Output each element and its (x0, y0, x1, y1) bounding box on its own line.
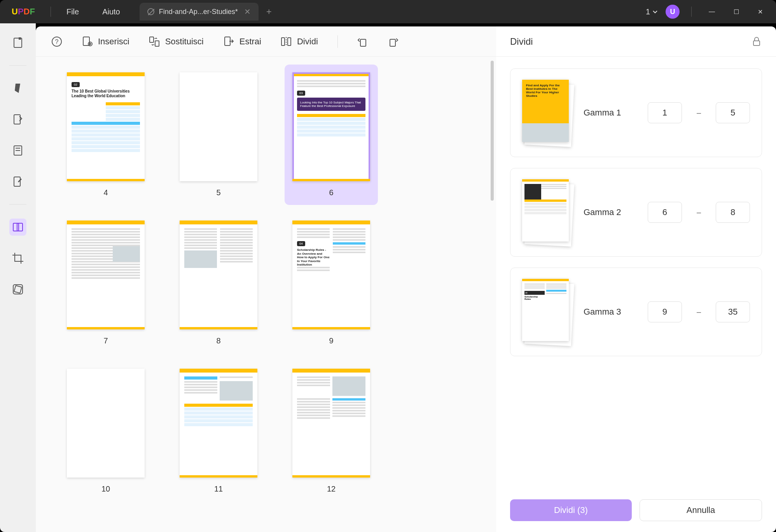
minimize-button[interactable]: — (703, 8, 720, 15)
split-button[interactable]: Dividi (281, 36, 318, 47)
lock-icon[interactable] (751, 36, 762, 47)
page-thumbnail[interactable]: 11 (180, 369, 257, 494)
replace-icon (149, 36, 160, 47)
svg-text:?: ? (55, 38, 59, 45)
rotate-right-button[interactable] (388, 36, 398, 47)
extract-icon (223, 36, 234, 47)
page-thumbnail[interactable]: 5 (180, 72, 257, 197)
page-thumbnail[interactable]: 04Scholarship Rules - An Overview and Ho… (292, 220, 370, 345)
svg-rect-21 (288, 38, 291, 46)
main-content: ? Inserisci Sostituisci Estrai Dividi (36, 26, 496, 532)
extract-button[interactable]: Estrai (223, 36, 261, 47)
page-number: 5 (216, 188, 220, 197)
app-logo: UPDF (0, 7, 47, 17)
rotate-left-button[interactable] (357, 36, 368, 47)
page-number: 11 (214, 485, 223, 494)
page-thumbnail[interactable]: 10 (67, 369, 145, 494)
range-from-input[interactable] (648, 301, 682, 322)
page-number: 9 (329, 336, 333, 345)
comment-tool-icon[interactable] (9, 80, 26, 97)
divider (9, 204, 26, 205)
page-number: 7 (103, 336, 108, 345)
rotate-right-icon (388, 36, 398, 47)
tab-status-icon (147, 8, 154, 15)
group-thumbnail (522, 179, 573, 245)
organize-pages-tool-icon[interactable] (9, 219, 26, 236)
help-icon: ? (51, 36, 62, 47)
help-button[interactable]: ? (51, 36, 62, 47)
svg-rect-2 (14, 115, 20, 124)
page-thumbnail[interactable]: 12 (292, 369, 370, 494)
range-separator: – (697, 308, 701, 317)
maximize-button[interactable]: ☐ (728, 8, 745, 16)
divider (51, 7, 51, 17)
divider (337, 35, 338, 48)
insert-icon (82, 36, 93, 47)
svg-rect-23 (360, 39, 366, 46)
svg-rect-1 (19, 37, 21, 40)
document-tab[interactable]: Find-and-Ap...er-Studies* ✕ (140, 3, 259, 21)
replace-button[interactable]: Sostituisci (149, 36, 204, 47)
split-group-card: Find and Apply For the Best Institutes I… (510, 68, 762, 157)
divider (9, 65, 26, 66)
page-thumbnail[interactable]: 7 (67, 220, 145, 345)
fill-sign-tool-icon[interactable] (9, 173, 26, 190)
user-avatar[interactable]: U (666, 5, 680, 19)
panel-header: Dividi (496, 26, 776, 57)
range-to-input[interactable] (716, 202, 750, 223)
page-number: 12 (327, 485, 336, 494)
page-thumbnail-selected[interactable]: 03 Looking Into the Top 10 Subject Major… (285, 65, 378, 205)
svg-rect-8 (17, 223, 23, 231)
page-number: 10 (101, 485, 110, 494)
range-to-input[interactable] (716, 102, 750, 123)
chevron-down-icon (652, 9, 658, 14)
edit-tool-icon[interactable] (9, 111, 26, 128)
page-indicator[interactable]: 1 (646, 7, 658, 16)
group-thumbnail: 04Scholarship Rules (522, 279, 573, 345)
form-tool-icon[interactable] (9, 142, 26, 159)
group-name: Gamma 1 (584, 108, 637, 118)
tab-title: Find-and-Ap...er-Studies* (159, 8, 238, 16)
close-window-button[interactable]: ✕ (752, 8, 768, 16)
range-from-input[interactable] (648, 102, 682, 123)
svg-rect-25 (753, 41, 760, 46)
page-number: 8 (216, 336, 220, 345)
close-tab-icon[interactable]: ✕ (244, 7, 251, 16)
panel-title: Dividi (510, 36, 533, 47)
svg-rect-19 (225, 37, 230, 46)
title-bar: UPDF File Aiuto Find-and-Ap...er-Studies… (0, 0, 776, 23)
new-tab-button[interactable]: + (266, 6, 272, 17)
group-name: Gamma 3 (584, 307, 637, 317)
organize-toolbar: ? Inserisci Sostituisci Estrai Dividi (36, 26, 496, 57)
page-thumbnail[interactable]: 8 (180, 220, 257, 345)
split-confirm-button[interactable]: Dividi (3) (510, 499, 632, 521)
redact-tool-icon[interactable] (9, 281, 26, 298)
range-to-input[interactable] (716, 301, 750, 322)
crop-tool-icon[interactable] (9, 250, 26, 267)
range-separator: – (697, 108, 701, 117)
insert-button[interactable]: Inserisci (82, 36, 129, 47)
split-group-card: 04Scholarship Rules Gamma 3 – (510, 268, 762, 356)
menu-file[interactable]: File (55, 7, 91, 16)
range-separator: – (697, 208, 701, 217)
svg-rect-17 (150, 37, 154, 42)
panel-footer: Dividi (3) Annulla (496, 488, 776, 532)
menu-help[interactable]: Aiuto (91, 7, 132, 16)
split-group-card: Gamma 2 – (510, 168, 762, 257)
reader-tool-icon[interactable] (9, 34, 26, 51)
split-panel: Dividi Find and Apply For the Best Insti… (496, 26, 776, 532)
divider (691, 7, 692, 17)
svg-rect-18 (155, 41, 159, 46)
left-sidebar (0, 23, 36, 532)
group-name: Gamma 2 (584, 207, 637, 217)
svg-rect-10 (14, 285, 22, 293)
range-from-input[interactable] (648, 202, 682, 223)
split-icon (281, 36, 292, 47)
group-thumbnail: Find and Apply For the Best Institutes I… (522, 80, 573, 146)
svg-rect-24 (390, 39, 395, 46)
cancel-button[interactable]: Annulla (640, 499, 762, 521)
scrollbar[interactable] (491, 61, 494, 201)
page-thumbnail[interactable]: 02 The 10 Best Global Universities Leadi… (67, 72, 145, 197)
thumbnail-area: 02 The 10 Best Global Universities Leadi… (36, 57, 496, 532)
svg-rect-20 (281, 38, 285, 46)
